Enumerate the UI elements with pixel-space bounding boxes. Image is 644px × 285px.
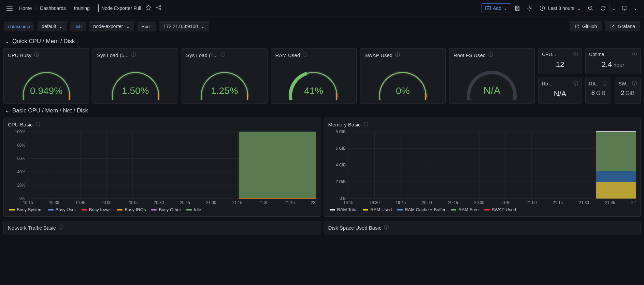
legend-swatch bbox=[117, 209, 123, 211]
section-quick-toggle[interactable]: ⌄ Quick CPU / Mem / Disk bbox=[0, 36, 644, 46]
legend-item[interactable]: Busy User bbox=[48, 207, 76, 212]
svg-point-1 bbox=[159, 5, 160, 6]
refresh-icon[interactable] bbox=[597, 3, 609, 13]
add-button[interactable]: Add ⌄ bbox=[482, 3, 511, 13]
gauge-1-value: 1.50% bbox=[97, 85, 174, 96]
grafana-link[interactable]: Grafana bbox=[605, 21, 640, 31]
info-icon[interactable]: ⓘ bbox=[131, 52, 136, 58]
stat-ram-unit: GiB bbox=[596, 90, 605, 96]
time-range-picker[interactable]: Last 3 hours ⌄ bbox=[536, 3, 585, 13]
legend-label: RAM Used bbox=[370, 207, 392, 212]
svg-rect-39 bbox=[239, 198, 316, 199]
gauge-2-title: Sys Load (1... bbox=[186, 52, 218, 58]
monitor-icon[interactable] bbox=[618, 3, 631, 13]
gauge-4-title: SWAP Used bbox=[364, 52, 393, 58]
stat-root-fs[interactable]: Ro... ⓘ N/A bbox=[538, 78, 582, 104]
breadcrumb-dashboards[interactable]: Dashboards bbox=[40, 5, 66, 11]
legend-item[interactable]: Busy Other bbox=[151, 207, 181, 212]
stat-swap-total[interactable]: SW... ⓘ 2GiB bbox=[615, 78, 641, 104]
legend-item[interactable]: Idle bbox=[186, 207, 201, 212]
svg-text:20:45: 20:45 bbox=[180, 200, 190, 205]
svg-text:20:45: 20:45 bbox=[500, 200, 511, 205]
svg-text:21:45: 21:45 bbox=[285, 200, 295, 205]
panel-memory-basic[interactable]: Memory Basic ⓘ 0 B2 GiB4 GiB6 GiB8 GiB 1… bbox=[324, 118, 641, 217]
clock-icon bbox=[539, 5, 545, 11]
gauge-2[interactable]: Sys Load (1... ⓘ 1.25% bbox=[182, 48, 267, 104]
info-icon[interactable]: ⓘ bbox=[35, 121, 40, 127]
var-host-select[interactable]: 172.21.0.3:9100 ⌄ bbox=[159, 21, 209, 31]
svg-text:8 GiB: 8 GiB bbox=[335, 130, 345, 134]
legend-item[interactable]: SWAP Used bbox=[484, 207, 516, 212]
github-link[interactable]: GitHub bbox=[570, 21, 602, 31]
info-icon[interactable]: ⓘ bbox=[573, 51, 578, 57]
gauge-3-title: RAM Used bbox=[275, 52, 300, 58]
legend-swatch bbox=[186, 209, 192, 211]
gauge-2-value: 1.25% bbox=[186, 85, 263, 96]
gear-icon[interactable] bbox=[524, 3, 536, 13]
breadcrumb-home[interactable]: Home bbox=[19, 5, 32, 11]
gauge-4[interactable]: SWAP Used ⓘ 0% bbox=[360, 48, 446, 104]
stat-uptime-unit: hour bbox=[613, 62, 624, 68]
info-icon[interactable]: ⓘ bbox=[363, 121, 368, 127]
legend-item[interactable]: Busy Iowait bbox=[82, 207, 112, 212]
stat-cpu-cores[interactable]: CPU... ⓘ 12 bbox=[538, 48, 582, 74]
info-icon[interactable]: ⓘ bbox=[220, 52, 225, 58]
gauge-0-value: 0.949% bbox=[8, 85, 85, 96]
legend-item[interactable]: Busy IRQs bbox=[117, 207, 146, 212]
cpu-basic-chart: 0%20%40%60%80%100% 19:1519:3019:4520:002… bbox=[8, 130, 316, 205]
section-quick-title: Quick CPU / Mem / Disk bbox=[12, 38, 75, 45]
panel-cpu-basic[interactable]: CPU Basic ⓘ 0%20%40%60%80%100% 19:1519:3… bbox=[3, 118, 320, 217]
info-icon[interactable]: ⓘ bbox=[632, 51, 637, 57]
gauge-3[interactable]: RAM Used ⓘ 41% bbox=[271, 48, 357, 104]
legend-item[interactable]: Busy System bbox=[9, 207, 43, 212]
legend-swatch bbox=[48, 209, 54, 211]
chevron-down-icon: ⌄ bbox=[126, 24, 130, 29]
time-range-label: Last 3 hours bbox=[548, 5, 574, 11]
info-icon[interactable]: ⓘ bbox=[573, 81, 578, 87]
info-icon[interactable]: ⓘ bbox=[303, 52, 307, 58]
refresh-interval-picker[interactable]: ⌄ bbox=[609, 4, 618, 13]
info-icon[interactable]: ⓘ bbox=[632, 81, 637, 87]
section-basic-toggle[interactable]: ⌄ Basic CPU / Mem / Net / Disk bbox=[0, 106, 644, 116]
legend-item[interactable]: RAM Used bbox=[363, 207, 392, 212]
share-icon[interactable] bbox=[156, 4, 162, 12]
gauge-0[interactable]: CPU Busy ⓘ 0.949% bbox=[3, 48, 89, 104]
var-job-label: Job bbox=[70, 22, 86, 31]
stat-uptime[interactable]: Uptime ⓘ 2.4hour bbox=[585, 48, 641, 74]
star-icon[interactable] bbox=[145, 4, 152, 12]
kiosk-picker[interactable]: ⌄ bbox=[631, 4, 640, 13]
top-bar: Home › Dashboards › training › Node Expo… bbox=[0, 0, 644, 16]
menu-icon[interactable] bbox=[4, 3, 15, 14]
info-icon[interactable]: ⓘ bbox=[384, 225, 389, 231]
legend-swatch bbox=[151, 209, 157, 211]
quick-row: CPU Busy ⓘ 0.949% Sys Load (5... ⓘ bbox=[0, 46, 644, 106]
gauge-1[interactable]: Sys Load (5... ⓘ 1.50% bbox=[92, 48, 178, 104]
basic-row-2: Network Traffic Basic ⓘ Disk Space Used … bbox=[0, 219, 644, 236]
zoom-out-icon[interactable] bbox=[585, 3, 597, 13]
legend-item[interactable]: RAM Free bbox=[451, 207, 478, 212]
panel-disk-basic[interactable]: Disk Space Used Basic ⓘ bbox=[324, 221, 641, 234]
stat-cpu-value: 12 bbox=[556, 60, 564, 69]
svg-text:21:00: 21:00 bbox=[206, 200, 216, 205]
save-icon[interactable] bbox=[511, 3, 524, 13]
info-icon[interactable]: ⓘ bbox=[603, 81, 607, 87]
stat-ram-total[interactable]: RA... ⓘ 8GiB bbox=[585, 78, 611, 104]
gauge-5[interactable]: Root FS Used ⓘ N/A bbox=[449, 48, 535, 104]
breadcrumb-current[interactable]: Node Exporter Full bbox=[101, 5, 141, 11]
stat-swap-unit: GiB bbox=[626, 90, 635, 96]
info-icon[interactable]: ⓘ bbox=[488, 52, 493, 58]
legend-item[interactable]: RAM Total bbox=[330, 207, 358, 212]
panel-network-basic[interactable]: Network Traffic Basic ⓘ bbox=[3, 221, 320, 234]
info-icon[interactable]: ⓘ bbox=[34, 52, 39, 58]
breadcrumb-training[interactable]: training bbox=[74, 5, 90, 11]
info-icon[interactable]: ⓘ bbox=[395, 52, 400, 58]
panel-network-basic-title: Network Traffic Basic bbox=[8, 225, 56, 231]
legend-item[interactable]: RAM Cache + Buffer bbox=[397, 207, 445, 212]
svg-rect-7 bbox=[622, 6, 627, 9]
stat-uptime-title: Uptime bbox=[589, 52, 604, 57]
template-variables-row: datasource default ⌄ Job node-exporter ⌄… bbox=[0, 16, 644, 36]
svg-text:21:15: 21:15 bbox=[553, 200, 563, 205]
var-job-select[interactable]: node-exporter ⌄ bbox=[89, 21, 134, 31]
info-icon[interactable]: ⓘ bbox=[59, 225, 63, 231]
var-datasource-select[interactable]: default ⌄ bbox=[38, 21, 67, 31]
